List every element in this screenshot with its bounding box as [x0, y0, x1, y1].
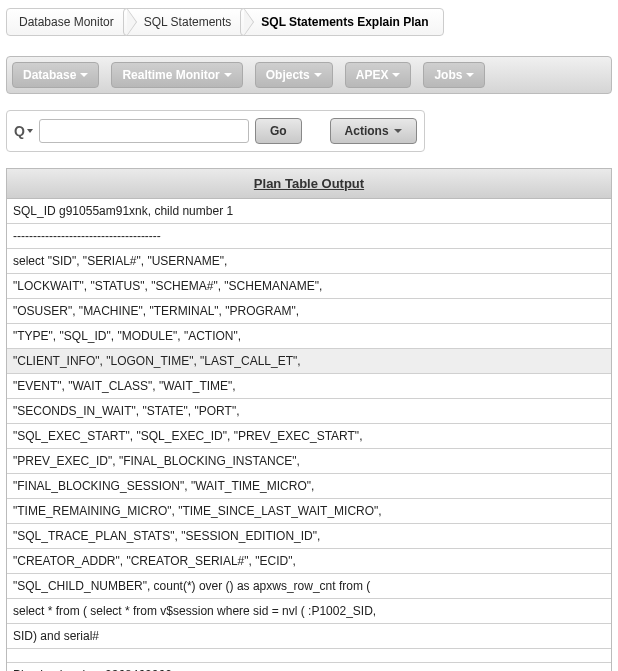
plan-output-row: "FINAL_BLOCKING_SESSION", "WAIT_TIME_MIC…: [7, 474, 611, 499]
breadcrumb-label: Database Monitor: [19, 15, 114, 29]
plan-output-row: "OSUSER", "MACHINE", "TERMINAL", "PROGRA…: [7, 299, 611, 324]
chevron-down-icon: [27, 129, 33, 133]
plan-output-row: select * from ( select * from v$session …: [7, 599, 611, 624]
plan-output-row: -------------------------------------: [7, 224, 611, 249]
menu-objects[interactable]: Objects: [255, 62, 333, 88]
plan-output-row: SQL_ID g91055am91xnk, child number 1: [7, 199, 611, 224]
plan-output-row: "TYPE", "SQL_ID", "MODULE", "ACTION",: [7, 324, 611, 349]
plan-output-row: "TIME_REMAINING_MICRO", "TIME_SINCE_LAST…: [7, 499, 611, 524]
plan-table-header-label: Plan Table Output: [254, 176, 364, 191]
plan-output-row: "CREATOR_ADDR", "CREATOR_SERIAL#", "ECID…: [7, 549, 611, 574]
menu-label: Realtime Monitor: [122, 68, 219, 82]
menu-label: Jobs: [434, 68, 462, 82]
chevron-down-icon: [394, 129, 402, 133]
search-toolbar: Q Go Actions: [6, 110, 425, 152]
breadcrumb-item-sql-statements[interactable]: SQL Statements: [123, 8, 247, 36]
chevron-down-icon: [466, 73, 474, 77]
plan-output-row: "SQL_EXEC_START", "SQL_EXEC_ID", "PREV_E…: [7, 424, 611, 449]
plan-output-row: select "SID", "SERIAL#", "USERNAME",: [7, 249, 611, 274]
breadcrumb-item-db-monitor[interactable]: Database Monitor: [6, 8, 129, 36]
search-column-selector[interactable]: Q: [14, 123, 33, 139]
plan-output-row: SID) and serial#: [7, 624, 611, 649]
menu-label: Objects: [266, 68, 310, 82]
plan-output-row: "LOCKWAIT", "STATUS", "SCHEMA#", "SCHEMA…: [7, 274, 611, 299]
menu-realtime-monitor[interactable]: Realtime Monitor: [111, 62, 242, 88]
plan-output-row: [7, 649, 611, 663]
plan-table: Plan Table Output SQL_ID g91055am91xnk, …: [6, 168, 612, 671]
chevron-down-icon: [314, 73, 322, 77]
menu-apex[interactable]: APEX: [345, 62, 412, 88]
go-button[interactable]: Go: [255, 118, 302, 144]
menu-label: Database: [23, 68, 76, 82]
search-input[interactable]: [39, 119, 249, 143]
breadcrumb: Database Monitor SQL Statements SQL Stat…: [0, 0, 618, 44]
breadcrumb-item-explain-plan[interactable]: SQL Statements Explain Plan: [240, 8, 443, 36]
plan-output-row: "SQL_CHILD_NUMBER", count(*) over () as …: [7, 574, 611, 599]
chevron-down-icon: [80, 73, 88, 77]
breadcrumb-label: SQL Statements: [144, 15, 232, 29]
menu-jobs[interactable]: Jobs: [423, 62, 485, 88]
menu-bar: Database Realtime Monitor Objects APEX J…: [6, 56, 612, 94]
actions-button[interactable]: Actions: [330, 118, 417, 144]
plan-output-row: "CLIENT_INFO", "LOGON_TIME", "LAST_CALL_…: [7, 349, 611, 374]
button-label: Go: [270, 124, 287, 138]
button-label: Actions: [345, 124, 389, 138]
chevron-down-icon: [392, 73, 400, 77]
breadcrumb-label: SQL Statements Explain Plan: [261, 15, 428, 29]
plan-output-row: "EVENT", "WAIT_CLASS", "WAIT_TIME",: [7, 374, 611, 399]
plan-output-row: "SQL_TRACE_PLAN_STATS", "SESSION_EDITION…: [7, 524, 611, 549]
menu-label: APEX: [356, 68, 389, 82]
plan-table-header[interactable]: Plan Table Output: [7, 169, 611, 199]
plan-output-row: Plan hash value: 2368462060: [7, 663, 611, 671]
plan-output-row: "SECONDS_IN_WAIT", "STATE", "PORT",: [7, 399, 611, 424]
chevron-down-icon: [224, 73, 232, 77]
menu-database[interactable]: Database: [12, 62, 99, 88]
search-icon: Q: [14, 123, 25, 139]
plan-output-row: "PREV_EXEC_ID", "FINAL_BLOCKING_INSTANCE…: [7, 449, 611, 474]
